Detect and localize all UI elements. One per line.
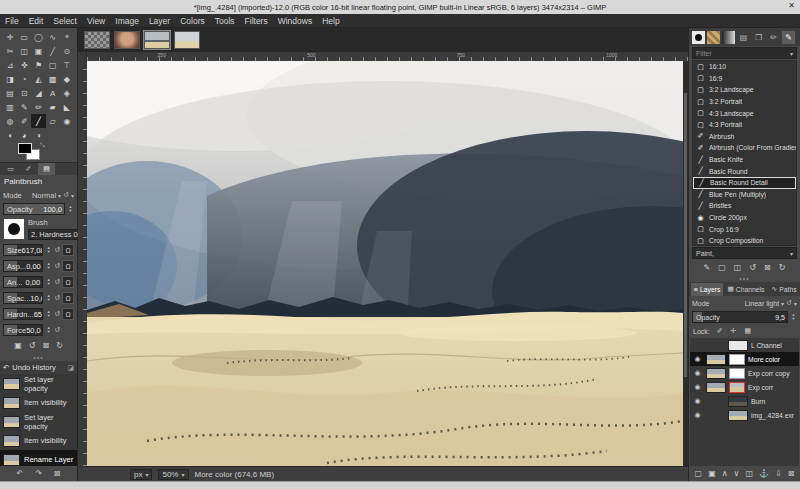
tool-preset-item[interactable]: ╱ Basic Round Detail [693, 177, 796, 189]
tool-button[interactable]: ✐ [17, 114, 31, 128]
tool-button[interactable]: ◨ [3, 72, 17, 86]
opacity-spinner[interactable]: ▴▾ [67, 205, 74, 214]
horizontal-ruler[interactable]: 2505007501000 [87, 52, 688, 61]
menu-item[interactable]: Select [48, 14, 82, 28]
menu-item[interactable]: Edit [24, 14, 49, 28]
menu-item[interactable]: Windows [273, 14, 317, 28]
layer-mode-select[interactable]: Linear light [745, 300, 779, 307]
tool-button[interactable]: ◖ [3, 128, 17, 142]
tool-preset-item[interactable]: ▢ 4:3 Portrait [693, 119, 796, 131]
tool-button[interactable]: ⊙ [60, 44, 74, 58]
reset-mode-icon[interactable]: ↺ [786, 299, 792, 307]
chevron-down-icon[interactable]: ▾ [794, 300, 797, 307]
tool-button[interactable]: ◍ [3, 114, 17, 128]
dock-tab-icon[interactable]: ✐ [20, 163, 37, 175]
dock-tab-icon[interactable]: ▤ [38, 163, 55, 175]
tool-button[interactable]: ◯ [31, 30, 45, 44]
undo-footer-button[interactable]: ↶ [16, 469, 23, 478]
lock-icon[interactable]: ✐ [717, 327, 723, 335]
layer-opacity-spinner[interactable]: ▴▾ [790, 313, 797, 322]
tool-options-button[interactable]: ↻ [56, 341, 63, 350]
dock-menu-icon[interactable]: ◪ [67, 364, 74, 372]
layer-footer-button[interactable]: ∧ [722, 469, 728, 478]
canvas-vertical-scrollbar[interactable] [683, 61, 688, 466]
dock-tab-icon[interactable]: ❒ [752, 31, 765, 44]
layers-dock-tab[interactable]: ▦ Channels [724, 283, 767, 296]
canvas-image[interactable] [87, 61, 683, 466]
layer-footer-button[interactable]: ▣ [708, 469, 716, 478]
tool-preset-item[interactable]: ▢ Crop Composition [693, 235, 796, 246]
tool-slider[interactable]: Size 617,08 [3, 244, 43, 256]
undo-history-item[interactable]: Item visibility [0, 393, 77, 412]
dock-tab-icon[interactable] [707, 31, 720, 44]
tool-button[interactable]: ◔ [17, 72, 31, 86]
tool-button[interactable]: ◕ [17, 128, 31, 142]
tool-button[interactable]: ▥ [3, 100, 17, 114]
tool-preset-item[interactable]: ╱ Basic Round [693, 165, 796, 177]
tool-button[interactable]: ◆ [60, 72, 74, 86]
dynamics-link-icon[interactable]: Ω [62, 276, 74, 288]
layer-row[interactable]: ◉ Exp corr copy [690, 366, 799, 380]
dock-tab-icon[interactable]: ▭ [2, 163, 19, 175]
chevron-down-icon[interactable]: ▾ [58, 192, 61, 199]
menu-item[interactable]: Filters [240, 14, 273, 28]
reset-icon[interactable]: ↺ [54, 262, 60, 270]
tool-options-button[interactable]: ⊠ [42, 341, 49, 350]
layers-dock-tab[interactable]: ≡ Layers [691, 283, 723, 296]
layer-opacity-slider[interactable]: Opacity 9,5 [692, 311, 788, 323]
undo-history-item[interactable]: Item visibility [0, 431, 77, 450]
undo-history-item[interactable]: Set layer opacity [0, 412, 77, 431]
chevron-down-icon[interactable]: ▾ [71, 192, 74, 199]
menu-item[interactable]: Tools [210, 14, 240, 28]
image-tab-thumbnail[interactable] [84, 31, 110, 49]
visibility-eye-icon[interactable]: ◉ [692, 383, 703, 391]
preset-footer-button[interactable]: ↻ [779, 263, 786, 272]
visibility-eye-icon[interactable]: ◉ [692, 369, 703, 377]
menu-item[interactable]: Colors [175, 14, 210, 28]
visibility-eye-icon[interactable]: ◉ [692, 411, 703, 419]
reset-icon[interactable]: ↺ [54, 310, 60, 318]
tool-button[interactable]: ∿ [46, 30, 60, 44]
tool-preset-item[interactable]: ✐ Airbrush [693, 131, 796, 143]
preset-footer-button[interactable]: ⊠ [764, 263, 771, 272]
visibility-eye-icon[interactable]: ◉ [692, 397, 703, 405]
tool-preset-item[interactable]: ▢ 3:2 Portrait [693, 96, 796, 108]
tool-button[interactable]: ✛ [3, 30, 17, 44]
tool-button[interactable]: ⚑ [31, 58, 45, 72]
tool-button[interactable]: ✂ [3, 44, 17, 58]
reset-icon[interactable]: ↺ [54, 294, 60, 302]
menu-item[interactable]: File [0, 14, 24, 28]
tool-button[interactable]: ◫ [17, 44, 31, 58]
tool-preset-item[interactable]: ▢ 4:3 Landscape [693, 107, 796, 119]
tool-button[interactable]: ✎ [17, 100, 31, 114]
layer-footer-button[interactable]: ⇩ [775, 469, 782, 478]
tool-button[interactable]: ▭ [17, 30, 31, 44]
layer-row[interactable]: L Channel [690, 338, 799, 352]
dock-tab-icon[interactable]: ✎ [782, 31, 795, 44]
dock-splitter[interactable]: ••• [689, 275, 800, 282]
slider-spinner[interactable]: ▴▾ [45, 246, 52, 255]
close-window-icon[interactable]: ✕ [788, 1, 795, 10]
lock-icon[interactable]: ▦ [744, 327, 751, 335]
layer-row[interactable]: ◉ Burn [690, 394, 799, 408]
layers-dock-tab[interactable]: ∿ Paths [769, 283, 800, 296]
tool-button[interactable]: ▰ [46, 100, 60, 114]
menu-item[interactable]: Image [110, 14, 144, 28]
tool-slider[interactable]: Spac... 10,0 [3, 292, 43, 304]
dynamics-link-icon[interactable]: Ω [62, 260, 74, 272]
dock-tab-icon[interactable]: ▤ [737, 31, 750, 44]
tool-preset-item[interactable]: ▢ 16:9 [693, 73, 796, 85]
reset-icon[interactable]: ↺ [54, 326, 60, 334]
tool-preset-item[interactable]: ◉ Circle 200px [693, 212, 796, 224]
slider-spinner[interactable]: ▴▾ [45, 262, 52, 271]
preset-footer-button[interactable]: ◫ [734, 263, 742, 272]
tool-slider[interactable]: Force 50,0 [3, 324, 43, 336]
tool-button[interactable]: ✏ [31, 100, 45, 114]
chevron-down-icon[interactable]: ▾ [781, 300, 784, 307]
tool-button[interactable]: ╱ [31, 114, 45, 128]
tool-preset-item[interactable]: ╱ Basic Knife [693, 154, 796, 166]
dock-tab-icon[interactable] [692, 31, 705, 44]
dock-splitter[interactable]: ••• [0, 354, 77, 361]
tool-preset-item[interactable]: ▢ 3:2 Landscape [693, 84, 796, 96]
slider-spinner[interactable]: ▴▾ [45, 278, 52, 287]
